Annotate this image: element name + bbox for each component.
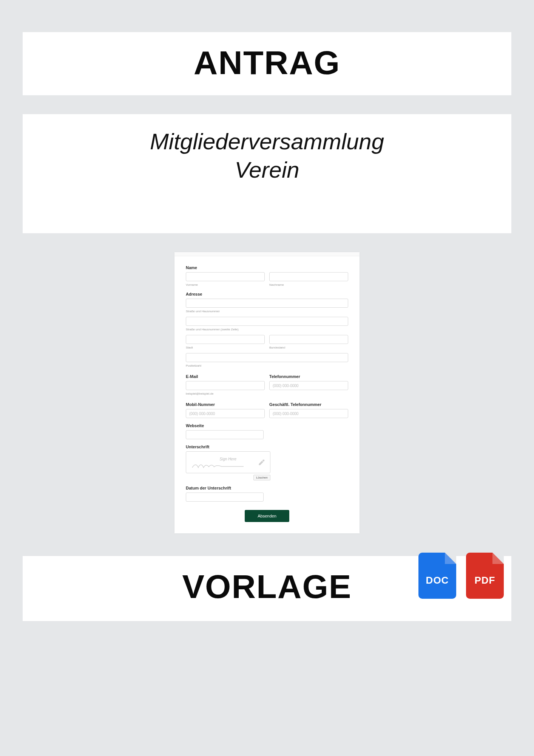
nachname-input[interactable]	[269, 272, 348, 281]
subtitle-card: Mitgliederversammlung Verein	[23, 114, 511, 233]
mobil-label: Mobil-Nummer	[186, 402, 265, 407]
telefon-input[interactable]	[269, 381, 348, 390]
vorname-input[interactable]	[186, 272, 265, 281]
header-card: ANTRAG	[23, 32, 511, 95]
email-label: E-Mail	[186, 374, 265, 379]
datum-label: Datum der Unterschrift	[186, 486, 348, 490]
page-title: ANTRAG	[23, 43, 511, 82]
telefon-label: Telefonnummer	[269, 374, 348, 379]
nachname-sublabel: Nachname	[269, 283, 348, 287]
name-label: Name	[186, 265, 348, 270]
stadt-input[interactable]	[186, 335, 265, 344]
webseite-label: Webseite	[186, 423, 348, 428]
clear-signature-button[interactable]: Löschen	[253, 475, 270, 480]
email-input[interactable]	[186, 381, 265, 390]
strasse2-sublabel: Straße und Hausnummer (zweite Zeile)	[186, 328, 348, 331]
sign-here-text: Sign Here	[220, 457, 236, 461]
bundesland-input[interactable]	[269, 335, 348, 344]
strasse-sublabel: Straße und Hausnummer	[186, 310, 348, 313]
strasse2-input[interactable]	[186, 317, 348, 326]
unterschrift-label: Unterschrift	[186, 445, 348, 449]
pdf-label: PDF	[475, 575, 495, 586]
bundesland-sublabel: Bundesland	[269, 346, 348, 349]
pdf-file-icon[interactable]: PDF	[466, 553, 504, 599]
mobil-input[interactable]	[186, 409, 265, 418]
stadt-sublabel: Stadt	[186, 346, 265, 349]
vorname-sublabel: Vorname	[186, 283, 265, 287]
file-icons: DOC PDF	[418, 553, 504, 599]
datum-input[interactable]	[186, 493, 264, 502]
signature-scribble-icon	[191, 462, 244, 469]
signature-box[interactable]: Sign Here	[186, 451, 270, 473]
geschaeft-input[interactable]	[269, 409, 348, 418]
form-panel: Name Vorname Nachname Adresse Straße und…	[174, 252, 360, 533]
doc-label: DOC	[426, 575, 449, 586]
pen-icon	[258, 459, 265, 466]
subtitle-line-2: Verein	[235, 157, 299, 183]
submit-button[interactable]: Absenden	[245, 510, 289, 522]
subtitle-line-1: Mitgliederversammlung	[150, 129, 384, 154]
strasse-input[interactable]	[186, 299, 348, 308]
doc-file-icon[interactable]: DOC	[418, 553, 456, 599]
plz-sublabel: Postleitzahl	[186, 364, 348, 367]
email-sublabel: beispiel@beispiel.de	[186, 392, 265, 395]
geschaeft-label: Geschäftl. Telefonnummer	[269, 402, 348, 407]
subtitle: Mitgliederversammlung Verein	[23, 127, 511, 184]
doc-fold-icon	[445, 553, 456, 564]
pdf-fold-icon	[492, 553, 504, 564]
webseite-input[interactable]	[186, 430, 264, 439]
plz-input[interactable]	[186, 353, 348, 362]
adresse-label: Adresse	[186, 292, 348, 296]
